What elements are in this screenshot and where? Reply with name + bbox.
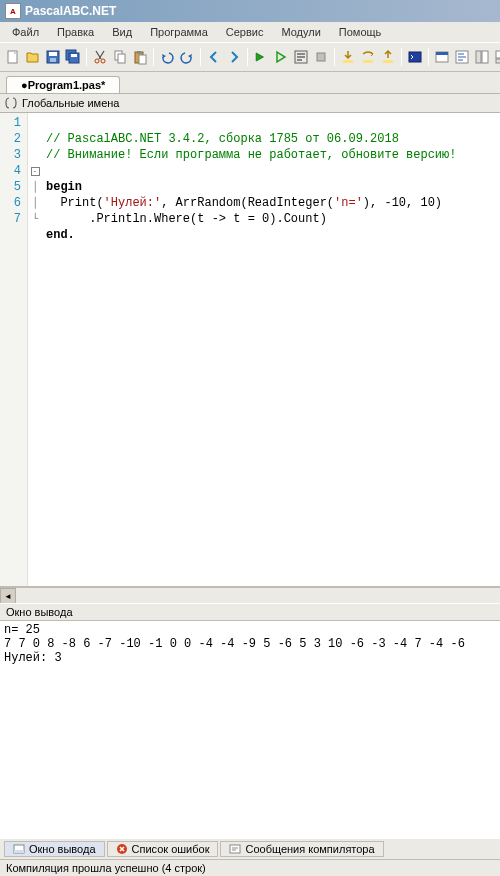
namespace-icon xyxy=(4,96,18,110)
svg-rect-12 xyxy=(137,51,141,54)
menu-modules[interactable]: Модули xyxy=(273,24,328,40)
svg-rect-24 xyxy=(436,52,448,55)
tab-errors[interactable]: Список ошибок xyxy=(107,841,219,857)
toolbar xyxy=(0,42,500,72)
code-line-5: Print('Нулей:', ArrRandom(ReadInteger('n… xyxy=(46,196,442,210)
toolbar-separator xyxy=(401,48,402,66)
tab-output[interactable]: Окно вывода xyxy=(4,841,105,857)
toolbar-separator xyxy=(200,48,201,66)
code-begin: begin xyxy=(46,180,82,194)
code-line-1: // PascalABC.NET 3.4.2, сборка 1785 от 0… xyxy=(46,132,399,146)
layout-button[interactable] xyxy=(473,46,491,68)
names-bar[interactable]: Глобальные имена xyxy=(0,93,500,113)
statusbar: Компиляция прошла успешно (4 строк) xyxy=(0,859,500,876)
svg-rect-15 xyxy=(297,53,305,55)
svg-rect-26 xyxy=(476,51,481,63)
horizontal-scrollbar[interactable]: ◄ xyxy=(0,587,500,603)
file-tabs-row: ●Program1.pas* xyxy=(0,72,500,93)
svg-rect-22 xyxy=(409,52,421,62)
copy-button[interactable] xyxy=(111,46,129,68)
open-file-button[interactable] xyxy=(24,46,42,68)
output-body[interactable]: n= 25 7 7 0 8 -8 6 -7 -10 -1 0 0 -4 -4 -… xyxy=(0,620,500,838)
back-button[interactable] xyxy=(205,46,223,68)
svg-rect-29 xyxy=(496,59,500,63)
step-into-button[interactable] xyxy=(339,46,357,68)
run-button[interactable] xyxy=(252,46,270,68)
errors-tab-icon xyxy=(116,843,128,855)
new-file-button[interactable] xyxy=(4,46,22,68)
output-tab-icon xyxy=(13,843,25,855)
step-out-button[interactable] xyxy=(379,46,397,68)
menu-program[interactable]: Программа xyxy=(142,24,216,40)
svg-rect-16 xyxy=(297,56,305,58)
step-over-button[interactable] xyxy=(359,46,377,68)
cut-button[interactable] xyxy=(91,46,109,68)
compiler-tab-icon xyxy=(229,843,241,855)
code-line-2: // Внимание! Если программа не работает,… xyxy=(46,148,456,162)
scroll-left-icon[interactable]: ◄ xyxy=(0,588,16,604)
code-end: end. xyxy=(46,228,75,242)
fold-toggle-icon[interactable]: - xyxy=(31,167,40,176)
tab-compiler[interactable]: Сообщения компилятора xyxy=(220,841,383,857)
terminal-button[interactable] xyxy=(406,46,424,68)
titlebar: A PascalABC.NET xyxy=(0,0,500,22)
menu-file[interactable]: Файл xyxy=(4,24,47,40)
output-header: Окно вывода xyxy=(0,603,500,620)
menu-help[interactable]: Помощь xyxy=(331,24,390,40)
svg-rect-27 xyxy=(482,51,488,63)
compile-button[interactable] xyxy=(292,46,310,68)
paste-button[interactable] xyxy=(131,46,149,68)
run-noargs-button[interactable] xyxy=(272,46,290,68)
save-button[interactable] xyxy=(44,46,62,68)
redo-button[interactable] xyxy=(178,46,196,68)
output-text: n= 25 7 7 0 8 -8 6 -7 -10 -1 0 0 -4 -4 -… xyxy=(4,623,465,665)
toolbar-separator xyxy=(334,48,335,66)
undo-button[interactable] xyxy=(158,46,176,68)
svg-rect-10 xyxy=(118,54,125,63)
code-area[interactable]: // PascalABC.NET 3.4.2, сборка 1785 от 0… xyxy=(42,113,500,586)
svg-rect-33 xyxy=(230,845,240,853)
svg-rect-20 xyxy=(363,60,373,63)
svg-rect-28 xyxy=(496,51,500,58)
save-all-button[interactable] xyxy=(64,46,82,68)
menu-service[interactable]: Сервис xyxy=(218,24,272,40)
svg-rect-18 xyxy=(317,53,325,61)
forward-button[interactable] xyxy=(225,46,243,68)
svg-rect-21 xyxy=(383,60,393,63)
code-line-6: .Println.Where(t -> t = 0).Count) xyxy=(46,212,327,226)
svg-rect-17 xyxy=(297,59,302,61)
toolbar-separator xyxy=(86,48,87,66)
toolbar-separator xyxy=(428,48,429,66)
svg-point-8 xyxy=(101,59,105,63)
svg-rect-13 xyxy=(139,55,146,64)
svg-rect-19 xyxy=(343,60,353,63)
menu-view[interactable]: Вид xyxy=(104,24,140,40)
fold-column[interactable]: - ││└ xyxy=(28,113,42,586)
svg-rect-2 xyxy=(49,52,57,56)
window-title: PascalABC.NET xyxy=(25,4,116,18)
names-bar-label: Глобальные имена xyxy=(22,97,120,109)
output-panel-button[interactable] xyxy=(493,46,500,68)
svg-rect-31 xyxy=(14,850,24,853)
toolbar-separator xyxy=(153,48,154,66)
line-gutter: 1 2 3 4 5 6 7 xyxy=(0,113,28,586)
svg-rect-6 xyxy=(71,54,77,57)
menu-edit[interactable]: Правка xyxy=(49,24,102,40)
stop-button[interactable] xyxy=(312,46,330,68)
status-text: Компиляция прошла успешно (4 строк) xyxy=(6,862,206,874)
form-designer-button[interactable] xyxy=(433,46,451,68)
menubar: Файл Правка Вид Программа Сервис Модули … xyxy=(0,22,500,42)
file-tab-program1[interactable]: ●Program1.pas* xyxy=(6,76,120,93)
svg-rect-3 xyxy=(50,58,56,62)
svg-point-7 xyxy=(95,59,99,63)
code-editor[interactable]: 1 2 3 4 5 6 7 - ││└ // PascalABC.NET 3.4… xyxy=(0,113,500,587)
output-tabs: Окно вывода Список ошибок Сообщения комп… xyxy=(0,838,500,859)
code-view-button[interactable] xyxy=(453,46,471,68)
app-icon: A xyxy=(5,3,21,19)
toolbar-separator xyxy=(247,48,248,66)
